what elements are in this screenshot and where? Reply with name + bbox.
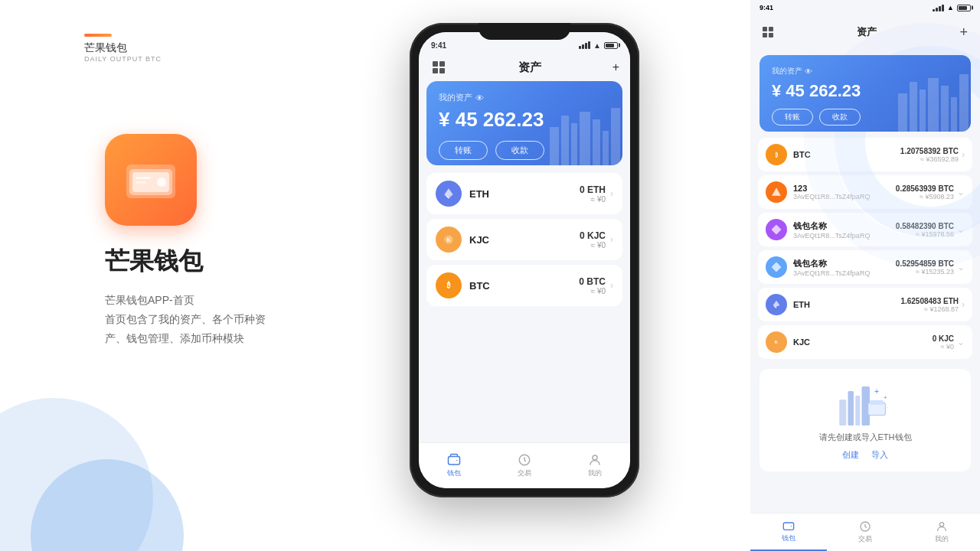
app-title-cn: 芒果钱包: [105, 245, 203, 279]
brand-accent: [84, 34, 112, 37]
svg-text:+: +: [874, 386, 879, 396]
coin-item-btc[interactable]: ₿ BTC 0 BTC ≈ ¥0 ›: [426, 265, 622, 306]
svg-rect-32: [771, 262, 781, 272]
svg-rect-4: [136, 177, 151, 179]
eth-create-link[interactable]: 创建: [842, 449, 859, 461]
phone-nav-mine[interactable]: 我的: [560, 443, 630, 488]
svg-rect-31: [771, 224, 781, 234]
app-description: 芒果钱包APP-首页 首页包含了我的资产、各个币种资产、钱包管理、添加币种模块: [105, 291, 273, 349]
add-button[interactable]: +: [612, 60, 619, 74]
signal-bars: [579, 41, 590, 49]
eye-icon[interactable]: 👁: [475, 93, 484, 103]
right-btc-logo: ₿: [766, 144, 787, 165]
svg-rect-26: [941, 86, 949, 132]
eth-wallet-section: + + · 请先创建或导入ETH钱包 创建 导入: [760, 369, 971, 471]
receive-button[interactable]: 收款: [495, 141, 544, 160]
app-icon: [105, 134, 197, 226]
phone-frame: 9:41 ▲: [410, 23, 639, 497]
phone-nav-transaction[interactable]: 交易: [489, 443, 560, 488]
right-nav-transaction[interactable]: 交易: [827, 514, 903, 551]
battery-icon: [604, 42, 618, 49]
svg-point-3: [157, 178, 166, 187]
svg-text:+: +: [884, 394, 887, 401]
mine-nav-icon: [588, 453, 602, 467]
right-eth-logo: [766, 294, 787, 315]
asset-card-label: 我的资产 👁: [439, 92, 610, 103]
right-transaction-nav-icon: [859, 520, 871, 533]
svg-rect-23: [910, 82, 917, 132]
svg-rect-25: [928, 78, 939, 132]
kjc-name: KJC: [469, 234, 580, 246]
coin-item-kjc[interactable]: K KJC 0 KJC ≈ ¥0 ›: [426, 219, 622, 260]
wallet-nav-icon: [447, 453, 461, 467]
eth-wallet-actions: 创建 导入: [842, 449, 888, 461]
svg-point-47: [939, 523, 943, 527]
right-battery-icon: [957, 5, 971, 11]
kjc-logo: K: [436, 227, 462, 253]
app-icon-svg: [120, 149, 181, 210]
phone-screen: 9:41 ▲: [419, 32, 630, 488]
right-wallet-nav-icon: [782, 520, 795, 532]
phone-nav-wallet[interactable]: 钱包: [419, 443, 489, 488]
kjc-balance: 0 KJC ≈ ¥0: [580, 230, 606, 249]
right-eth-chevron: ›: [962, 299, 965, 310]
right-panel: 9:41 ▲ 资产 +: [750, 0, 980, 551]
svg-rect-5: [136, 181, 146, 184]
eth-import-link[interactable]: 导入: [871, 449, 888, 461]
right-signal: [933, 5, 944, 11]
asset-card: 我的资产 👁 ¥ 45 262.23 转账 收款: [426, 81, 622, 165]
svg-text:K: K: [775, 340, 778, 344]
right-wallet-blue-logo: [766, 256, 787, 278]
header-title: 资产: [518, 60, 541, 75]
eth-logo: [436, 181, 462, 207]
phone-time: 9:41: [431, 41, 446, 50]
right-status-icons: ▲: [933, 4, 971, 11]
eth-chevron: ›: [610, 188, 613, 199]
btc-name: BTC: [469, 280, 579, 292]
phone-bottom-nav: 钱包 交易 我的: [419, 442, 630, 488]
right-kjc-logo: K: [766, 331, 787, 353]
svg-rect-37: [848, 391, 854, 425]
right-123-logo: [766, 181, 787, 203]
right-transfer-button[interactable]: 转账: [772, 109, 813, 126]
right-nav-wallet[interactable]: 钱包: [750, 514, 827, 551]
coin-item-eth[interactable]: ETH 0 ETH ≈ ¥0 ›: [426, 173, 622, 214]
right-asset-card: 我的资产 👁 ¥ 45 262.23 转账 收款: [760, 55, 971, 132]
grid-menu-icon[interactable]: [430, 58, 448, 77]
right-grid-menu[interactable]: [763, 27, 773, 37]
phone-nav-mine-label: 我的: [588, 468, 602, 478]
svg-rect-11: [603, 131, 609, 165]
right-bottom-nav: 钱包 交易 我的: [750, 513, 980, 551]
transfer-button[interactable]: 转账: [439, 141, 488, 160]
svg-rect-7: [561, 116, 569, 165]
svg-text:K: K: [447, 237, 451, 243]
right-coin-eth[interactable]: ETH 1.62508483 ETH ≈ ¥1268.87 ›: [758, 288, 972, 321]
eth-wallet-text: 请先创建或导入ETH钱包: [819, 432, 912, 443]
svg-rect-24: [920, 90, 926, 132]
right-coin-kjc[interactable]: K KJC 0 KJC ≈ ¥0 ⌄: [758, 325, 972, 359]
right-eth-info: ETH: [793, 300, 900, 309]
wifi-icon: ▲: [593, 41, 601, 50]
phone-mockup: 9:41 ▲: [398, 23, 651, 528]
left-panel: 芒果钱包 DAILY OUTPUT BTC 芒果钱包 芒果钱包APP-首页 首页…: [0, 0, 398, 551]
right-eth-balance: 1.62508483 ETH ≈ ¥1268.87: [900, 297, 959, 313]
right-eye-icon[interactable]: 👁: [805, 67, 812, 76]
svg-text:₿: ₿: [446, 281, 451, 289]
right-wallet-blue-info: 钱包名称 3AvEQt1R8...TsZ4fpaRQ: [793, 258, 896, 277]
status-icons: ▲: [579, 41, 618, 50]
right-nav-mine[interactable]: 我的: [903, 514, 980, 551]
svg-rect-8: [571, 123, 577, 165]
svg-rect-28: [959, 74, 969, 132]
eth-wallet-illustration: + + ·: [835, 380, 896, 425]
right-status-bar: 9:41 ▲: [750, 0, 980, 15]
right-mine-nav-icon: [936, 520, 948, 533]
phone-nav-wallet-label: 钱包: [447, 468, 461, 478]
btc-balance: 0 BTC ≈ ¥0: [579, 276, 606, 295]
right-kjc-info: KJC: [793, 337, 933, 347]
right-receive-button[interactable]: 收款: [819, 109, 861, 126]
svg-rect-6: [550, 127, 559, 165]
btc-chevron: ›: [610, 280, 613, 291]
svg-rect-36: [839, 399, 846, 425]
svg-text:₿: ₿: [775, 152, 778, 158]
btc-logo: ₿: [436, 272, 462, 298]
